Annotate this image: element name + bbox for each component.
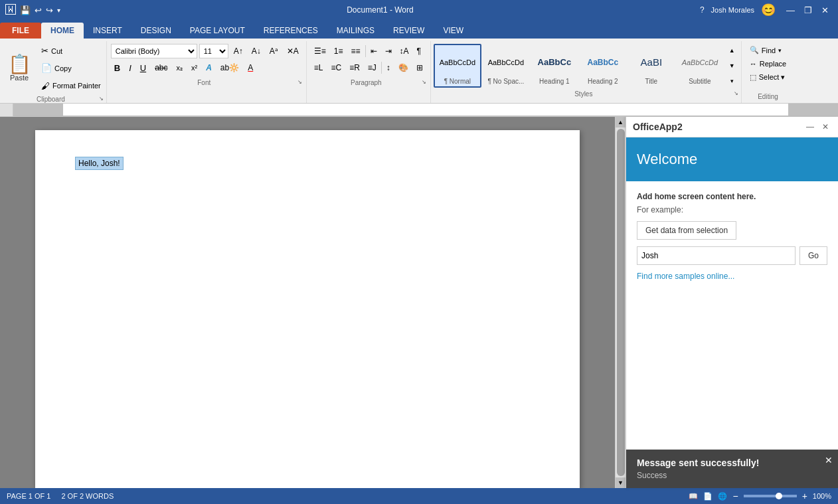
justify-button[interactable]: ≡J [365, 60, 380, 75]
font-name-select[interactable]: Calibri (Body) [111, 44, 197, 58]
shading-button[interactable]: 🎨 [395, 60, 412, 75]
bold-button[interactable]: B [111, 60, 124, 75]
tab-home[interactable]: HOME [41, 23, 84, 39]
increase-font-button[interactable]: A↑ [230, 44, 246, 58]
text-effects-button[interactable]: A [203, 60, 215, 75]
replace-button[interactable]: ↔ Replace [746, 58, 790, 70]
tab-file[interactable]: FILE [0, 23, 41, 39]
ribbon: 📋 Paste ✂ Cut 📄 Copy 🖌 Format Painter [0, 39, 838, 104]
paragraph-label: Paragraph [311, 79, 422, 86]
find-samples-link[interactable]: Find more samples online... [637, 272, 734, 281]
align-left-button[interactable]: ≡L [311, 60, 327, 75]
format-painter-label: Format Painter [52, 82, 101, 90]
zoom-level[interactable]: 100% [813, 492, 831, 500]
minimize-button[interactable]: — [782, 4, 799, 17]
read-mode-icon[interactable]: 📖 [689, 492, 698, 501]
tab-view[interactable]: VIEW [434, 23, 473, 39]
copy-button[interactable]: 📄 Copy [39, 62, 104, 74]
app-title: Document1 - Word [60, 5, 700, 15]
input-row: Go [637, 246, 827, 265]
bullets-button[interactable]: ☰≡ [311, 44, 329, 58]
select-button[interactable]: ⬚ Select ▾ [746, 71, 790, 84]
superscript-button[interactable]: x² [188, 60, 201, 75]
tab-page-layout[interactable]: PAGE LAYOUT [181, 23, 254, 39]
align-center-button[interactable]: ≡C [328, 60, 345, 75]
zoom-slider[interactable] [744, 495, 797, 497]
align-right-button[interactable]: ≡R [346, 60, 363, 75]
style-heading1[interactable]: AaBbCc Heading 1 [531, 44, 578, 88]
underline-button[interactable]: U [137, 60, 149, 75]
show-marks-button[interactable]: ¶ [414, 44, 424, 58]
cut-button[interactable]: ✂ Cut [39, 44, 104, 57]
get-data-button[interactable]: Get data from selection [637, 221, 736, 240]
font-size-select[interactable]: 11 [199, 44, 228, 58]
multilevel-list-button[interactable]: ≡≡ [348, 44, 364, 58]
tab-design[interactable]: DESIGN [131, 23, 181, 39]
close-button[interactable]: ✕ [817, 4, 833, 17]
quick-access-undo[interactable]: ↩ [35, 5, 42, 15]
horizontal-ruler [13, 104, 838, 116]
copy-label: Copy [54, 64, 72, 72]
style-heading2[interactable]: AaBbCc Heading 2 [579, 44, 627, 88]
sort-button[interactable]: ↕A [396, 44, 412, 58]
print-layout-icon[interactable]: 📄 [703, 492, 712, 501]
clear-format-button[interactable]: ✕A [284, 44, 302, 58]
borders-button[interactable]: ⊞ [413, 60, 426, 75]
vertical-scrollbar[interactable]: ▲ ▼ [615, 117, 626, 488]
styles-scroll-up[interactable]: ▲ [726, 44, 738, 57]
status-bar: PAGE 1 OF 1 2 OF 2 WORDS 📖 📄 🌐 − + 100% [0, 488, 838, 504]
quick-access-save[interactable]: 💾 [20, 5, 31, 15]
style-subtitle[interactable]: AaBbCcDd Subtitle [676, 44, 724, 88]
text-highlight-button[interactable]: ab🔆 [217, 60, 242, 75]
select-icon: ⬚ [750, 73, 756, 82]
page-count[interactable]: PAGE 1 OF 1 [7, 492, 50, 500]
side-panel-body: Add home screen content here. For exampl… [626, 181, 838, 450]
subscript-button[interactable]: x₂ [173, 60, 187, 75]
word-count[interactable]: 2 OF 2 WORDS [61, 492, 114, 500]
font-color-button[interactable]: A [244, 60, 256, 75]
font-expand-icon[interactable]: ↘ [297, 79, 302, 85]
go-button[interactable]: Go [799, 246, 827, 265]
zoom-minus-button[interactable]: − [732, 491, 738, 501]
paste-button[interactable]: 📋 Paste [3, 42, 36, 94]
scroll-up-button[interactable]: ▲ [616, 117, 626, 127]
tab-mailings[interactable]: MAILINGS [327, 23, 384, 39]
paragraph-expand-icon[interactable]: ↘ [422, 79, 426, 85]
name-input[interactable] [637, 246, 796, 265]
increase-indent-button[interactable]: ⇥ [382, 44, 395, 58]
quick-access-redo[interactable]: ↪ [46, 5, 53, 15]
find-icon: 🔍 [750, 46, 759, 54]
italic-button[interactable]: I [126, 60, 135, 75]
find-button[interactable]: 🔍 Find ▾ [746, 44, 790, 56]
for-example-text: For example: [637, 205, 827, 214]
decrease-font-button[interactable]: A↓ [248, 44, 264, 58]
restore-button[interactable]: ❐ [800, 4, 816, 17]
font-group: Calibri (Body) 11 A↑ A↓ Aᵃ ✕A B I U abc … [107, 41, 307, 103]
styles-more[interactable]: ▾ [726, 74, 738, 88]
strikethrough-button[interactable]: abc [151, 60, 171, 75]
panel-minimize-button[interactable]: — [803, 121, 817, 133]
style-normal[interactable]: AaBbCcDd ¶ Normal [434, 44, 481, 88]
decrease-indent-button[interactable]: ⇤ [367, 44, 380, 58]
scroll-thumb[interactable] [617, 129, 625, 476]
style-no-spacing[interactable]: AaBbCcDd ¶ No Spac... [482, 44, 530, 88]
tab-review[interactable]: REVIEW [384, 23, 434, 39]
line-spacing-button[interactable]: ↕ [383, 60, 394, 75]
styles-expand-icon[interactable]: ↘ [734, 90, 738, 96]
notification-close-button[interactable]: ✕ [825, 455, 833, 465]
numbering-button[interactable]: 1≡ [331, 44, 347, 58]
web-layout-icon[interactable]: 🌐 [718, 492, 727, 501]
panel-close-button[interactable]: ✕ [819, 121, 831, 133]
document-area[interactable]: Hello, Josh! [0, 117, 615, 488]
change-case-button[interactable]: Aᵃ [266, 44, 282, 58]
tab-insert[interactable]: INSERT [84, 23, 131, 39]
scroll-down-button[interactable]: ▼ [616, 477, 626, 488]
styles-scroll-down[interactable]: ▼ [726, 59, 738, 72]
style-title[interactable]: AaBI Title [628, 44, 675, 88]
format-painter-button[interactable]: 🖌 Format Painter [39, 80, 104, 92]
help-icon[interactable]: ? [700, 5, 705, 15]
clipboard-expand-icon[interactable]: ↘ [99, 96, 104, 102]
zoom-plus-button[interactable]: + [802, 491, 807, 501]
side-panel-welcome: Welcome [626, 137, 838, 181]
tab-references[interactable]: REFERENCES [254, 23, 327, 39]
